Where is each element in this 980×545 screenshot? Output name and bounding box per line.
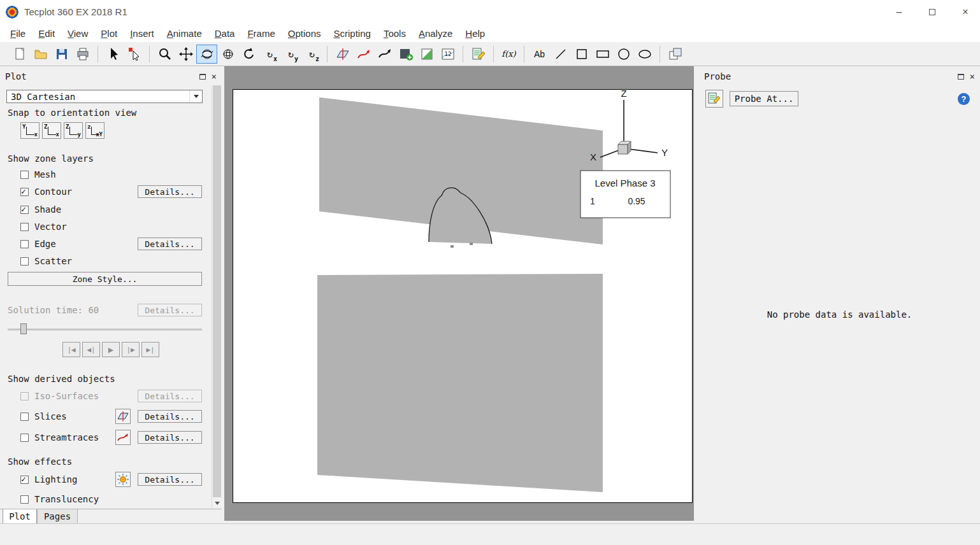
menu-analyze[interactable]: Analyze xyxy=(412,25,459,41)
text-tool-button[interactable]: Ab xyxy=(529,45,550,64)
shade-checkbox[interactable] xyxy=(20,206,29,214)
scroll-down-button[interactable] xyxy=(212,498,222,509)
save-icon xyxy=(54,46,69,62)
streamtraces-checkbox[interactable] xyxy=(20,434,29,442)
contour-level-button[interactable] xyxy=(416,45,437,64)
mesh-checkbox[interactable] xyxy=(20,171,29,179)
translucency-checkbox[interactable] xyxy=(20,495,29,504)
streamtrace-placement-button[interactable] xyxy=(115,430,131,445)
menu-bar: File Edit View Plot Insert Animate Data … xyxy=(0,24,980,42)
step-forward-button[interactable]: |▶ xyxy=(122,342,140,357)
probe-edit-button[interactable] xyxy=(468,45,489,64)
menu-frame[interactable]: Frame xyxy=(241,25,281,41)
light-source-button[interactable] xyxy=(115,472,131,487)
contour-checkbox[interactable] xyxy=(20,188,29,196)
menu-scripting[interactable]: Scripting xyxy=(328,25,377,41)
zone-style-button[interactable]: Zone Style... xyxy=(8,272,202,286)
rectangle-tool-button[interactable] xyxy=(592,45,613,64)
menu-options[interactable]: Options xyxy=(282,25,328,41)
line-tool-button[interactable] xyxy=(550,45,571,64)
sidebar-scrollbar[interactable] xyxy=(212,85,222,509)
menu-data[interactable]: Data xyxy=(208,25,241,41)
slices-details-button[interactable]: Details... xyxy=(138,410,202,423)
slider-track[interactable] xyxy=(8,329,202,330)
slice-placement-button[interactable] xyxy=(115,409,131,424)
plot-type-dropdown[interactable]: 3D Cartesian xyxy=(6,90,203,103)
menu-insert[interactable]: Insert xyxy=(124,25,161,41)
contour-legend[interactable]: Level Phase 3 1 0.95 xyxy=(580,171,670,218)
close-button[interactable]: × xyxy=(951,0,980,24)
menu-view[interactable]: View xyxy=(61,25,94,41)
edge-details-button[interactable]: Details... xyxy=(138,237,202,250)
scatter-checkbox[interactable] xyxy=(20,257,29,265)
close-panel-icon[interactable]: × xyxy=(212,72,217,81)
save-button[interactable] xyxy=(51,45,72,64)
step-back-button[interactable]: ◀| xyxy=(82,342,100,357)
axis-x-label: X xyxy=(590,152,596,162)
rotate-z-button[interactable]: ↻z xyxy=(301,45,322,64)
menu-edit[interactable]: Edit xyxy=(32,25,61,41)
vector-checkbox[interactable] xyxy=(20,223,29,231)
close-panel-icon[interactable]: × xyxy=(970,72,975,81)
snap-right-label: x xyxy=(34,131,38,138)
layer-row-mesh: Mesh xyxy=(0,168,212,183)
new-file-button[interactable] xyxy=(9,45,30,64)
slider-handle[interactable] xyxy=(20,323,27,334)
menu-animate[interactable]: Animate xyxy=(161,25,208,41)
rotate-rollerball-button[interactable] xyxy=(196,45,217,64)
adjust-tool-button[interactable] xyxy=(124,45,145,64)
lighting-details-button[interactable]: Details... xyxy=(138,473,202,486)
menu-tools[interactable]: Tools xyxy=(377,25,412,41)
function-editor-button[interactable]: f(x) xyxy=(498,45,519,64)
tab-plot[interactable]: Plot xyxy=(3,509,37,524)
snap-view-yz-button[interactable]: Z y xyxy=(64,122,83,139)
scrollbar-thumb[interactable] xyxy=(213,85,221,497)
maximize-button[interactable] xyxy=(918,0,947,24)
edge-checkbox[interactable] xyxy=(20,240,29,248)
circle-tool-button[interactable] xyxy=(613,45,634,64)
plot-view[interactable]: Z X Y Level Phase 3 1 0.95 xyxy=(233,90,693,504)
select-tool-button[interactable] xyxy=(103,45,124,64)
contour-details-button[interactable]: Details... xyxy=(138,185,202,198)
contour-label: Contour xyxy=(34,187,72,197)
rotate-twist-button[interactable] xyxy=(238,45,259,64)
probe-tool-button[interactable] xyxy=(705,90,723,108)
add-streamtrace-button[interactable] xyxy=(353,45,374,64)
axis-z-label: Z xyxy=(621,90,626,99)
streamtraces-details-button[interactable]: Details... xyxy=(138,431,202,444)
rotate-y-button[interactable]: ↻y xyxy=(280,45,301,64)
slices-checkbox[interactable] xyxy=(20,413,29,421)
jump-to-end-button[interactable]: ▶| xyxy=(141,342,159,357)
menu-file[interactable]: File xyxy=(4,25,32,41)
menu-help[interactable]: Help xyxy=(459,25,491,41)
menu-plot[interactable]: Plot xyxy=(94,25,124,41)
play-button[interactable]: ▶ xyxy=(102,342,120,357)
ellipse-tool-button[interactable] xyxy=(634,45,655,64)
translate-tool-button[interactable] xyxy=(175,45,196,64)
print-button[interactable] xyxy=(72,45,93,64)
open-file-button[interactable] xyxy=(30,45,51,64)
snap-right-label: xY xyxy=(96,131,103,138)
float-panel-icon[interactable] xyxy=(958,74,964,80)
snap-view-iso-button[interactable]: z xY xyxy=(85,122,104,139)
zoom-tool-button[interactable] xyxy=(154,45,175,64)
plot-frame[interactable]: Z X Y Level Phase 3 1 0.95 xyxy=(233,89,693,503)
tab-pages[interactable]: Pages xyxy=(37,509,78,524)
lighting-checkbox[interactable] xyxy=(20,476,29,484)
help-icon[interactable]: ? xyxy=(958,93,970,105)
snap-view-xz-button[interactable]: Z x xyxy=(42,122,61,139)
snap-view-xy-button[interactable]: Y x xyxy=(20,122,40,139)
probe-at-button[interactable]: Probe At... xyxy=(730,91,798,106)
rotate-x-button[interactable]: ↻x xyxy=(259,45,280,64)
float-panel-icon[interactable] xyxy=(199,74,206,80)
add-frame-button[interactable] xyxy=(665,45,686,64)
solution-time-slider[interactable] xyxy=(8,323,202,335)
contour-label-button[interactable]: 12 xyxy=(437,45,458,64)
square-tool-button[interactable] xyxy=(571,45,592,64)
jump-to-start-button[interactable]: |◀ xyxy=(62,342,80,357)
rotate-spherical-button[interactable] xyxy=(217,45,238,64)
add-slice-button[interactable] xyxy=(332,45,353,64)
add-contour-level-button[interactable] xyxy=(395,45,416,64)
add-isosurface-button[interactable] xyxy=(374,45,395,64)
minimize-button[interactable]: – xyxy=(884,0,914,24)
